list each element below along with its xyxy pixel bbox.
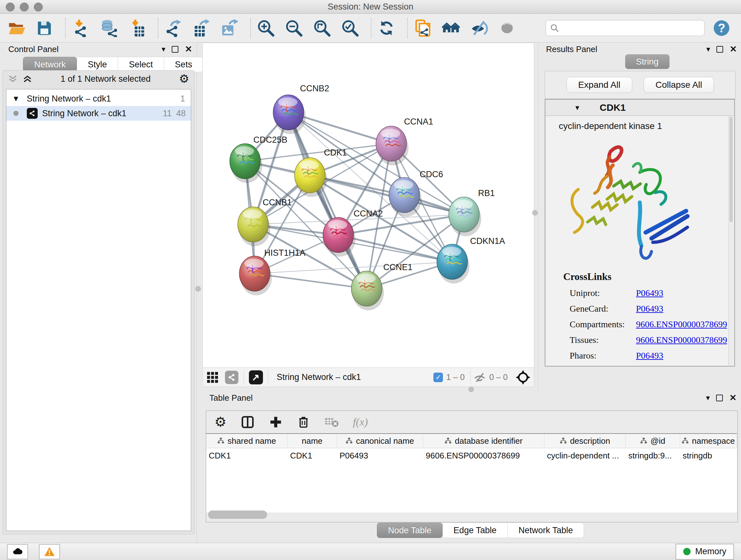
column-header-shared-name[interactable]: shared name [206, 434, 287, 448]
tab-select[interactable]: Select [118, 57, 164, 72]
tab-edge-table[interactable]: Edge Table [443, 523, 508, 538]
add-column-icon[interactable] [269, 415, 283, 429]
network-canvas[interactable]: CCNB2CCNA1CDC25BCDK1CDC6RB1CCNB1CCNA2CDK… [202, 43, 534, 368]
crosslink-link[interactable]: 9606.ENSP00000378699 [636, 319, 727, 329]
tab-sets[interactable]: Sets [164, 57, 203, 72]
apply-function-icon[interactable]: f(x) [353, 416, 368, 428]
hidden-count: 0 – 0 [489, 372, 508, 382]
import-network-database-icon[interactable] [99, 18, 118, 38]
results-panel-title: Results Panel [546, 44, 597, 54]
results-panel-menu-icon[interactable]: ▾ [706, 45, 710, 53]
network-collection-row[interactable]: ▼ String Network – cdk1 1 [6, 91, 191, 106]
table-horizontal-scrollbar[interactable] [208, 510, 267, 519]
expand-all-button[interactable]: Expand All [566, 77, 632, 93]
crosslinks-list: Uniprot:P06493GeneCard:P06493Compartment… [545, 288, 734, 361]
network-row[interactable]: String Network – cdk1 11 48 [6, 106, 191, 121]
column-header-name[interactable]: name [287, 434, 337, 448]
import-table-file-icon[interactable] [128, 18, 146, 38]
crosslink-link[interactable]: P06493 [636, 288, 664, 298]
grid-view-icon[interactable] [206, 371, 219, 384]
delete-column-icon[interactable] [297, 415, 310, 429]
node-table-container: ⚙ f(x) shared namenamecanonical namedata… [206, 411, 738, 522]
network-options-gear-icon[interactable]: ⚙ [179, 73, 189, 84]
column-header-database-identifier[interactable]: database identifier [423, 434, 544, 448]
network-node-CDKN1A[interactable]: CDKN1A [437, 236, 505, 284]
column-header-namespace[interactable]: namespace [680, 434, 737, 448]
network-node-RB1[interactable]: RB1 [449, 188, 495, 236]
show-panel-eye-icon[interactable] [498, 18, 516, 38]
crosslink-link[interactable]: P06493 [636, 351, 664, 361]
gene-collapse-icon[interactable]: ▾ [576, 104, 579, 111]
network-node-CCNA1[interactable]: CCNA1 [376, 117, 433, 165]
zoom-selected-icon[interactable] [341, 18, 359, 38]
search-input[interactable] [559, 23, 695, 33]
gene-header[interactable]: ▾ CDK1 [545, 100, 734, 116]
open-session-icon[interactable] [7, 18, 25, 38]
tab-node-table[interactable]: Node Table [377, 523, 443, 538]
refresh-icon[interactable] [377, 18, 396, 38]
crosslink-link[interactable]: 9606.ENSP00000378699 [636, 335, 727, 345]
hide-panel-eye-icon[interactable] [470, 18, 488, 38]
network-node-HIST1H1A[interactable]: HIST1H1A [239, 248, 306, 295]
expand-all-chevron-icon[interactable] [23, 75, 32, 83]
import-network-file-icon[interactable] [71, 18, 90, 38]
tab-style[interactable]: Style [77, 57, 118, 72]
node-label-CCNA2: CCNA2 [354, 209, 383, 219]
selected-checkbox-icon[interactable]: ✓ [433, 373, 443, 382]
home-icon[interactable] [442, 18, 460, 38]
zoom-in-icon[interactable] [257, 18, 275, 38]
cloud-icon [12, 546, 23, 557]
warning-status-button[interactable] [39, 544, 60, 559]
results-panel-float-icon[interactable] [717, 46, 723, 53]
table-row[interactable]: CDK1CDK1P064939606.ENSP00000378699cyclin… [206, 448, 737, 462]
control-panel-menu-icon[interactable]: ▾ [161, 45, 165, 53]
search-field[interactable] [546, 20, 704, 36]
crosslink-link[interactable]: P06493 [636, 304, 664, 314]
results-scrollbar[interactable] [729, 116, 734, 365]
results-panel-close-icon[interactable]: ✕ [730, 45, 737, 54]
tab-string[interactable]: String [625, 54, 670, 69]
help-icon[interactable]: ? [712, 19, 731, 37]
column-header-canonical-name[interactable]: canonical name [337, 434, 423, 448]
zoom-fit-icon[interactable] [313, 18, 331, 38]
table-toolbar: ⚙ f(x) [206, 411, 738, 433]
save-session-icon[interactable] [35, 18, 54, 38]
left-splitter-handle[interactable] [195, 286, 201, 292]
export-image-icon[interactable] [220, 18, 239, 38]
network-node-CDC25B[interactable]: CDC25B [230, 135, 287, 183]
network-view-toolbar: String Network – cdk1 ✓ 1 – 0 0 – 0 [202, 368, 534, 387]
memory-button[interactable]: Memory [676, 544, 734, 560]
table-panel-menu-icon[interactable]: ▾ [706, 394, 710, 401]
network-node-CCNB2[interactable]: CCNB2 [273, 84, 329, 134]
network-node-CCNE1[interactable]: CCNE1 [351, 262, 413, 310]
control-panel-close-icon[interactable]: ✕ [185, 45, 192, 54]
table-settings-gear-icon[interactable]: ⚙ [214, 415, 226, 429]
network-node-CDC6[interactable]: CDC6 [389, 170, 443, 217]
table-panel-close-icon[interactable]: ✕ [729, 394, 737, 402]
column-manager-icon[interactable] [241, 415, 255, 429]
export-network-icon[interactable] [164, 18, 183, 38]
collection-expand-icon[interactable]: ▼ [12, 95, 20, 103]
export-table-icon[interactable] [192, 18, 211, 38]
network-list: ▼ String Network – cdk1 1 String Network… [6, 89, 191, 531]
protein-structure-image [555, 134, 705, 271]
delete-table-icon[interactable] [324, 416, 339, 428]
string-protein-query-icon[interactable] [414, 18, 432, 38]
control-panel-title: Control Panel [8, 44, 59, 54]
control-panel-float-icon[interactable] [172, 46, 179, 53]
center-crosshair-icon[interactable] [515, 370, 531, 385]
table-panel-float-icon[interactable] [716, 395, 723, 401]
column-header-@id[interactable]: @id [626, 434, 680, 448]
right-splitter-handle[interactable] [532, 210, 538, 215]
collapse-all-button[interactable]: Collapse All [644, 77, 714, 93]
tab-network[interactable]: Network [23, 57, 77, 72]
collapse-all-chevron-icon[interactable] [8, 75, 17, 83]
birdseye-view-icon[interactable] [249, 370, 263, 384]
share-view-icon[interactable] [225, 371, 239, 384]
zoom-out-icon[interactable] [285, 18, 303, 38]
cloud-status-button[interactable] [7, 544, 28, 559]
column-header-description[interactable]: description [544, 434, 626, 448]
tab-network-table[interactable]: Network Table [508, 523, 584, 538]
table-panel-title: Table Panel [209, 393, 253, 403]
hidden-eye-icon[interactable] [473, 371, 486, 384]
